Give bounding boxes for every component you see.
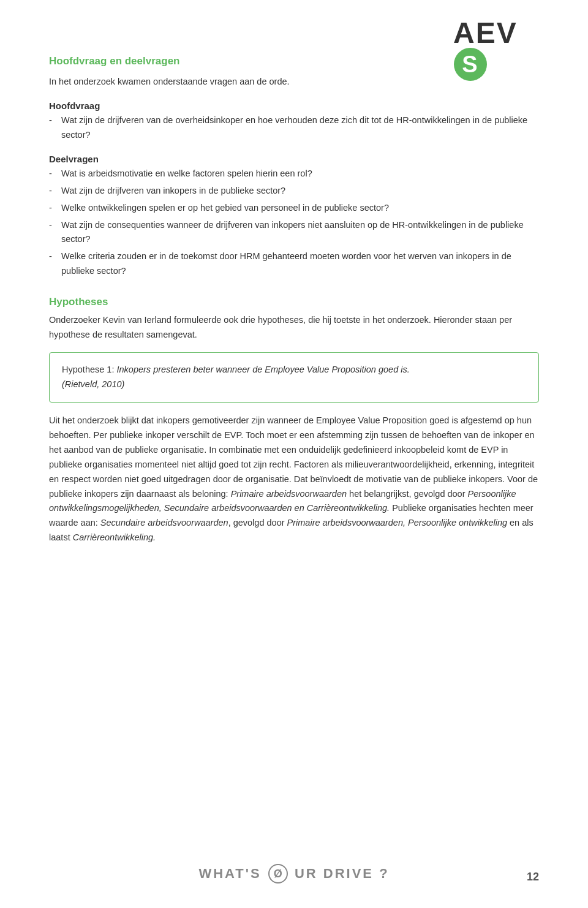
deelvragen-list: Wat is arbeidsmotivatie en welke factore… bbox=[49, 167, 539, 279]
logo: AEVS bbox=[453, 18, 551, 74]
footer-circle-icon: Ø bbox=[268, 864, 288, 883]
list-item: Welke criteria zouden er in de toekomst … bbox=[49, 249, 539, 279]
hoofdvraag-subheading: Hoofdvraag bbox=[49, 100, 539, 111]
hypotheses-intro: Onderzoeker Kevin van Ierland formuleerd… bbox=[49, 313, 539, 342]
logo-circle-e: S bbox=[454, 48, 487, 81]
hypothesis-box: Hypothese 1: Inkopers presteren beter wa… bbox=[49, 352, 539, 403]
hypotheses-heading: Hypotheses bbox=[49, 296, 539, 308]
page-number: 12 bbox=[527, 871, 539, 883]
main-content: Hoofdvraag en deelvragen In het onderzoe… bbox=[49, 55, 539, 545]
list-item: Wat is arbeidsmotivatie en welke factore… bbox=[49, 167, 539, 181]
hypothesis-citation: (Rietveld, 2010) bbox=[62, 379, 124, 389]
footer-text-left: WHAT'S bbox=[198, 866, 266, 882]
list-item: Wat zijn de drijfveren van inkopers in d… bbox=[49, 184, 539, 199]
page: AEVS Hoofdvraag en deelvragen In het ond… bbox=[0, 0, 588, 908]
main-body-paragraph: Uit het onderzoek blijkt dat inkopers ge… bbox=[49, 414, 539, 545]
hypothesis-label: Hypothese 1: bbox=[62, 365, 114, 374]
footer-text-right: UR DRIVE ? bbox=[289, 866, 390, 882]
deelvragen-subheading: Deelvragen bbox=[49, 154, 539, 164]
hypothesis-italic-text: Inkopers presteren beter wanneer de Empl… bbox=[116, 365, 409, 374]
list-item: Welke ontwikkelingen spelen er op het ge… bbox=[49, 201, 539, 216]
list-item: Wat zijn de drijfveren van de overheidsi… bbox=[49, 113, 539, 143]
list-item: Wat zijn de consequenties wanneer de dri… bbox=[49, 218, 539, 248]
hoofdvraag-list: Wat zijn de drijfveren van de overheidsi… bbox=[49, 113, 539, 143]
footer: WHAT'S Ø UR DRIVE ? bbox=[0, 864, 588, 883]
logo-text: AEVS bbox=[453, 18, 551, 81]
